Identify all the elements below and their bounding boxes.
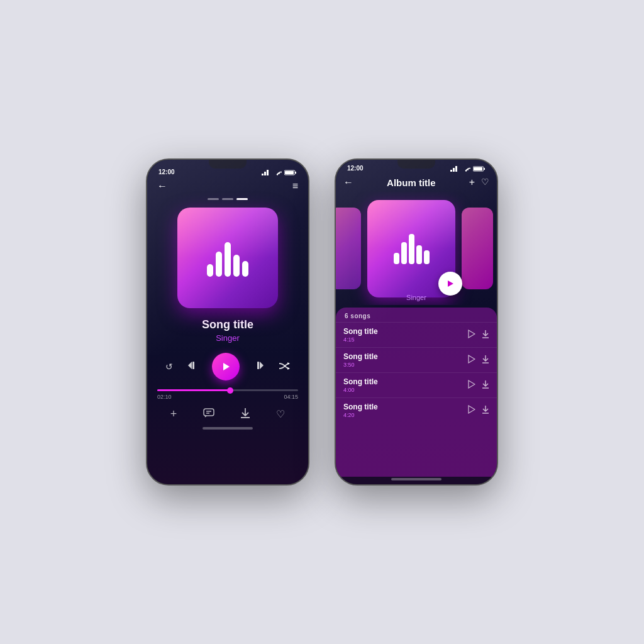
svg-rect-8: [192, 362, 194, 369]
chat-btn[interactable]: [203, 408, 214, 420]
battery-icon: [284, 169, 297, 175]
bar-c4: [416, 245, 422, 264]
song-list-item-2: Song title 3:50: [336, 347, 497, 372]
play-song-1[interactable]: [468, 330, 475, 340]
svg-marker-26: [469, 330, 475, 338]
music-icon-2: [394, 233, 430, 264]
svg-rect-2: [267, 170, 269, 175]
play-song-icon-4: [468, 405, 475, 414]
phones-container: 12:00: [146, 158, 498, 486]
download-song-4[interactable]: [482, 405, 489, 416]
time-total: 04:15: [284, 394, 298, 400]
svg-rect-6: [285, 171, 294, 174]
svg-marker-13: [287, 367, 290, 370]
song-list-item-3: Song title 4:00: [336, 372, 497, 397]
svg-rect-5: [295, 172, 296, 174]
music-bars-1: [207, 239, 248, 277]
svg-marker-25: [448, 280, 453, 287]
shuffle-btn[interactable]: [279, 362, 290, 372]
album-header: ← Album title + ♡: [336, 174, 497, 192]
svg-marker-9: [223, 363, 230, 370]
song-list-duration-4: 4:20: [343, 412, 468, 418]
next-icon: [253, 360, 265, 371]
svg-marker-10: [260, 362, 264, 369]
back-icon-1[interactable]: ←: [157, 180, 167, 192]
play-song-icon-2: [468, 355, 475, 364]
song-list-duration-3: 4:00: [343, 387, 468, 393]
wifi-icon-2: [462, 165, 470, 172]
progress-thumb: [227, 387, 233, 394]
song-list-duration-2: 3:50: [343, 362, 468, 368]
song-list-info-3: Song title 4:00: [343, 377, 468, 393]
play-song-3[interactable]: [468, 380, 475, 391]
next-btn[interactable]: [253, 360, 265, 374]
download-btn-1[interactable]: [240, 408, 250, 421]
home-indicator-2: [391, 478, 441, 480]
play-icon-large: [220, 361, 231, 372]
svg-marker-28: [469, 355, 475, 363]
dot-1: [208, 198, 219, 200]
notch-2: [397, 160, 435, 169]
add-btn[interactable]: +: [170, 408, 177, 421]
play-song-icon-1: [468, 330, 475, 338]
progress-container[interactable]: 02:10 04:15: [147, 384, 308, 404]
bar-c1: [394, 253, 399, 264]
download-song-icon-3: [482, 380, 489, 389]
svg-point-3: [277, 174, 278, 175]
play-song-2[interactable]: [468, 355, 475, 365]
bar-5: [242, 261, 248, 277]
svg-rect-18: [450, 170, 452, 172]
svg-rect-14: [204, 409, 214, 416]
battery-icon-2: [473, 165, 486, 172]
svg-marker-12: [287, 362, 290, 365]
bar-4: [233, 255, 240, 277]
svg-rect-11: [257, 362, 259, 369]
menu-icon-1[interactable]: ≡: [292, 180, 298, 192]
back-icon-2[interactable]: ←: [343, 177, 353, 188]
bar-c3: [409, 234, 414, 264]
heart-btn-1[interactable]: ♡: [276, 408, 285, 420]
album-art-left: [336, 208, 361, 289]
song-count: 6 songs: [336, 308, 497, 322]
time-labels: 02:10 04:15: [157, 394, 298, 400]
svg-rect-0: [262, 174, 264, 175]
prev-icon: [187, 360, 198, 371]
song-list-info-2: Song title 3:50: [343, 352, 468, 368]
prev-btn[interactable]: [187, 360, 198, 374]
time-current: 02:10: [157, 394, 172, 400]
heart-icon-2[interactable]: ♡: [481, 177, 489, 188]
song-list-info-4: Song title 4:20: [343, 402, 468, 418]
play-overlay[interactable]: [438, 272, 462, 296]
album-art-container: [147, 205, 308, 316]
song-title-1: Song title: [157, 318, 298, 331]
album-art-1: [177, 208, 278, 308]
play-song-4[interactable]: [468, 405, 475, 416]
download-song-1[interactable]: [482, 330, 489, 340]
play-btn[interactable]: [212, 353, 240, 380]
artist-label: Singer: [336, 294, 497, 301]
download-song-icon-4: [482, 405, 489, 414]
progress-bar[interactable]: [157, 389, 298, 391]
dot-3: [236, 198, 248, 200]
notch: [209, 160, 247, 169]
dot-2: [222, 198, 233, 200]
svg-marker-32: [469, 406, 475, 413]
download-song-3[interactable]: [482, 380, 489, 391]
signal-icon-2: [450, 165, 459, 172]
time-2: 12:00: [347, 165, 364, 172]
repeat-btn[interactable]: ↺: [165, 362, 173, 372]
song-actions-1: [468, 330, 489, 340]
add-icon-2[interactable]: +: [469, 177, 475, 188]
svg-rect-1: [264, 172, 266, 175]
status-icons-1: [262, 169, 297, 175]
song-list-title-2: Song title: [343, 352, 468, 361]
bottom-actions: + ♡: [147, 404, 308, 426]
controls: ↺: [147, 349, 308, 384]
bar-1: [207, 264, 213, 277]
shuffle-icon: [279, 362, 290, 370]
indicator-dots: [147, 197, 308, 205]
song-list-info-1: Song title 4:15: [343, 327, 468, 343]
chat-icon: [203, 408, 214, 418]
play-song-icon-3: [468, 380, 475, 389]
download-song-2[interactable]: [482, 355, 489, 365]
